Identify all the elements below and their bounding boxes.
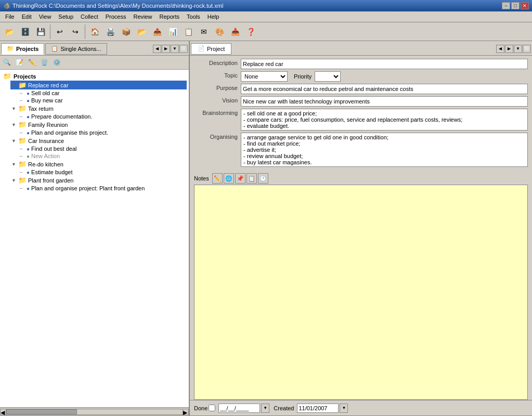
- tab-bar: 📁 Projects 📋 Single Actions... ◀ ▶ ▼ ⬜: [0, 41, 189, 56]
- estimate-budget-label: Estimate budget: [31, 169, 73, 175]
- organising-textarea[interactable]: - arrange garage service to get old one …: [241, 133, 528, 167]
- tree-settings-button[interactable]: ⚙️: [51, 57, 62, 68]
- notes-textarea[interactable]: [194, 185, 528, 400]
- vision-label: Vision: [194, 96, 241, 103]
- tree-horizontal-scrollbar[interactable]: ◀ ▶: [0, 407, 189, 415]
- done-date-picker[interactable]: ▼: [261, 404, 269, 413]
- toolbar-export-button[interactable]: 📤: [150, 24, 164, 39]
- tab-nav-left[interactable]: ◀: [153, 45, 161, 53]
- tree-item-family-reunion[interactable]: ▼ 📁 Family Reunion: [10, 120, 187, 129]
- tree-item-sell-old-car[interactable]: – ● Sell old car: [19, 89, 187, 97]
- redo-kitchen-children: – ● Estimate budget: [10, 168, 187, 176]
- tree-level-1: ▼ 📁 Replace red car – ● Sell old car – ●…: [2, 81, 187, 192]
- brainstorming-textarea[interactable]: - sell old one at a good price; - compar…: [241, 109, 528, 131]
- menu-collect[interactable]: Collect: [77, 12, 101, 21]
- single-actions-tab-icon: 📋: [51, 45, 58, 52]
- done-section: Done ▼: [194, 404, 269, 413]
- tree-item-prepare-documentation[interactable]: – ● Prepare documentation.: [19, 113, 187, 120]
- notes-pin-button[interactable]: 📌: [235, 173, 245, 184]
- brainstorming-row: Brainstorming - sell old one at a good p…: [194, 109, 528, 131]
- tree-container[interactable]: 📁 Projects ▼ 📁 Replace red car – ● Sell …: [0, 70, 189, 407]
- menu-file[interactable]: File: [2, 12, 18, 21]
- toolbar-email-button[interactable]: ✉: [197, 24, 211, 39]
- toolbar-redo-button[interactable]: ↪: [68, 24, 83, 39]
- toolbar-collect-button[interactable]: 📦: [119, 24, 133, 39]
- created-date-picker[interactable]: ▼: [340, 404, 348, 413]
- left-panel-tab-nav: ◀ ▶ ▼ ⬜: [153, 45, 188, 53]
- menu-reports[interactable]: Reports: [157, 12, 183, 21]
- created-date-input[interactable]: [297, 404, 339, 413]
- close-button[interactable]: ✕: [521, 2, 529, 9]
- proj-tab-nav-right[interactable]: ▶: [505, 45, 513, 53]
- menu-edit[interactable]: Edit: [19, 12, 35, 21]
- tree-item-redo-kitchen[interactable]: ▼ 📁 Re-do kitchen: [10, 160, 187, 168]
- tree-search-button[interactable]: 🔍: [1, 57, 12, 68]
- done-checkbox[interactable]: [209, 405, 215, 411]
- hscroll-thumb[interactable]: [6, 409, 77, 414]
- minimize-button[interactable]: −: [502, 2, 510, 9]
- tree-item-plant-front-garden[interactable]: ▼ 📁 Plant front garden: [10, 176, 187, 185]
- tree-add-button[interactable]: 📝: [14, 57, 25, 68]
- find-best-deal-label: Find out best deal: [31, 146, 76, 152]
- vision-input[interactable]: [241, 96, 528, 107]
- tab-nav-expand[interactable]: ⬜: [179, 45, 188, 53]
- tree-edit-button[interactable]: ✏️: [26, 57, 37, 68]
- proj-tab-nav-expand[interactable]: ⬜: [523, 45, 531, 53]
- toolbar-print-button[interactable]: 🖨️: [103, 24, 118, 39]
- purpose-input[interactable]: [241, 84, 528, 94]
- toolbar-undo-button[interactable]: ↩: [53, 24, 67, 39]
- title-bar-controls[interactable]: − □ ✕: [502, 2, 529, 9]
- toolbar-folder-button[interactable]: 📂: [134, 24, 149, 39]
- hscroll-right[interactable]: ▶: [183, 409, 189, 415]
- tree-delete-button[interactable]: 🗑️: [38, 57, 50, 68]
- toolbar-db-button[interactable]: 🗄️: [18, 24, 32, 39]
- tree-item-replace-red-car[interactable]: ▼ 📁 Replace red car: [10, 81, 187, 89]
- tree-item-find-best-deal[interactable]: – ● Find out best deal: [19, 145, 187, 152]
- menu-help[interactable]: Help: [204, 12, 223, 21]
- topic-select[interactable]: None: [241, 71, 288, 82]
- tree-item-plan-garden[interactable]: – ● Plan and organise project: Plant fro…: [19, 185, 187, 192]
- notes-clipboard-button[interactable]: 📋: [246, 173, 257, 184]
- folder-icon-garden: 📁: [18, 176, 27, 184]
- toolbar-import-button[interactable]: 📥: [228, 24, 242, 39]
- menu-setup[interactable]: Setup: [55, 12, 76, 21]
- priority-select[interactable]: [315, 71, 341, 82]
- tree-root-label: Projects: [14, 73, 36, 80]
- toolbar-chart-button[interactable]: 📊: [165, 24, 180, 39]
- toolbar-clipboard-button[interactable]: 📋: [181, 24, 196, 39]
- tree-toolbar: 🔍 📝 ✏️ 🗑️ ⚙️: [0, 56, 189, 70]
- car-insurance-label: Car Insurance: [28, 138, 64, 144]
- toolbar-save-button[interactable]: 💾: [33, 24, 48, 39]
- notes-edit-button[interactable]: ✏️: [212, 173, 223, 184]
- menu-process[interactable]: Process: [102, 12, 129, 21]
- tab-nav-right[interactable]: ▶: [162, 45, 170, 53]
- tree-root-icon: 📁: [3, 72, 11, 80]
- proj-tab-nav-left[interactable]: ◀: [496, 45, 504, 53]
- tree-item-estimate-budget[interactable]: – ● Estimate budget: [19, 168, 187, 176]
- tree-item-car-insurance[interactable]: ▼ 📁 Car Insurance: [10, 136, 187, 145]
- project-tab[interactable]: 📄 Project: [191, 43, 231, 55]
- tree-item-buy-new-car[interactable]: – ● Buy new car: [19, 97, 187, 104]
- tab-nav-down[interactable]: ▼: [171, 45, 179, 53]
- description-input[interactable]: [241, 59, 528, 69]
- hscroll-left[interactable]: ◀: [0, 409, 6, 415]
- toolbar-help-button[interactable]: ❓: [243, 24, 258, 39]
- tree-item-plan-family[interactable]: – ● Plan and organise this project.: [19, 129, 187, 136]
- menu-tools[interactable]: Tools: [184, 12, 203, 21]
- maximize-button[interactable]: □: [511, 2, 520, 9]
- tree-item-tax-return[interactable]: ▼ 📁 Tax return: [10, 104, 187, 113]
- toolbar-color-button[interactable]: 🎨: [212, 24, 227, 39]
- toolbar-open-button[interactable]: 📂: [2, 24, 17, 39]
- menu-view[interactable]: View: [36, 12, 55, 21]
- tree-item-new-action[interactable]: – ● New Action: [19, 152, 187, 160]
- proj-tab-nav-down[interactable]: ▼: [514, 45, 522, 53]
- folder-icon-replace: 📁: [18, 81, 27, 89]
- menu-review[interactable]: Review: [130, 12, 155, 21]
- tab-projects[interactable]: 📁 Projects: [1, 43, 44, 55]
- tab-single-actions[interactable]: 📋 Single Actions...: [45, 43, 107, 55]
- done-date-input[interactable]: [218, 404, 260, 413]
- notes-time-button[interactable]: 🕐: [258, 173, 268, 184]
- expand-icon: ▼: [11, 83, 17, 88]
- toolbar-home-button[interactable]: 🏠: [87, 24, 102, 39]
- notes-web-button[interactable]: 🌐: [224, 173, 234, 184]
